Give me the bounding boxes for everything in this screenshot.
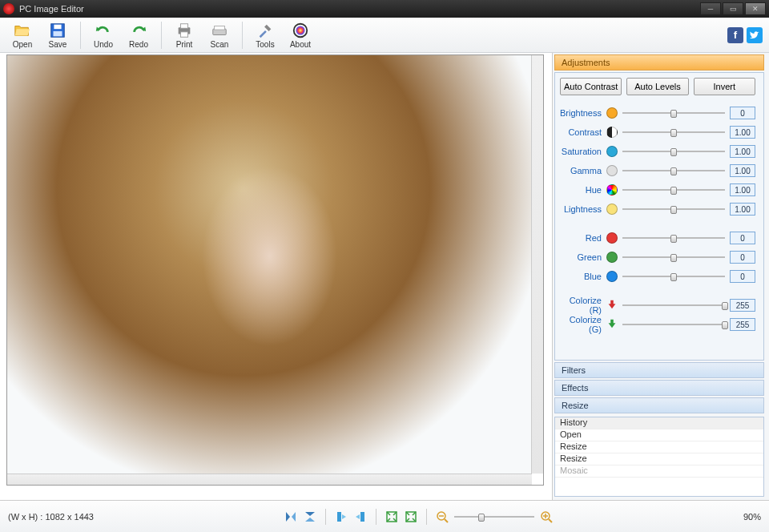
- print-button[interactable]: Print: [168, 22, 200, 49]
- open-label: Open: [13, 40, 32, 49]
- about-label: About: [290, 40, 311, 49]
- colorize_g-slider[interactable]: [622, 319, 725, 330]
- svg-rect-4: [180, 23, 187, 28]
- adjustments-body: Auto Contrast Auto Levels Invert Brightn…: [554, 72, 764, 361]
- blue-slider-row: Blue0: [560, 267, 755, 286]
- red-slider[interactable]: [622, 232, 725, 244]
- contrast-slider-row: Contrast1.00: [560, 123, 755, 142]
- hue-slider[interactable]: [622, 184, 725, 195]
- main-toolbar: Open Save Undo Redo Print Scan Tools Abo…: [0, 18, 769, 53]
- canvas-viewport[interactable]: [6, 54, 544, 486]
- colorize_r-slider-row: Colorize (R)255: [560, 296, 755, 315]
- history-item[interactable]: Resize: [555, 441, 763, 453]
- floppy-icon: [49, 22, 66, 39]
- actual-size-icon[interactable]: [404, 510, 418, 524]
- green-slider-row: Green0: [560, 248, 755, 267]
- separator: [325, 509, 326, 525]
- separator: [376, 509, 376, 525]
- scan-label: Scan: [211, 40, 229, 49]
- gamma-label: Gamma: [560, 166, 602, 175]
- undo-button[interactable]: Undo: [87, 22, 119, 49]
- colorize_r-label: Colorize (R): [560, 296, 602, 315]
- statusbar: (W x H) : 1082 x 1443 90%: [0, 500, 769, 532]
- svg-line-16: [549, 519, 552, 522]
- side-panel: Adjustments Auto Contrast Auto Levels In…: [553, 53, 769, 500]
- hue-label: Hue: [560, 185, 602, 195]
- blue-slider[interactable]: [622, 271, 725, 282]
- colorize_r-value[interactable]: 255: [730, 299, 755, 312]
- colorize_g-value[interactable]: 255: [730, 318, 755, 331]
- gamma-slider[interactable]: [622, 165, 725, 176]
- saturation-color-icon: [606, 146, 618, 157]
- hue-color-icon: [606, 184, 618, 195]
- svg-rect-5: [180, 31, 187, 36]
- saturation-slider[interactable]: [622, 146, 725, 157]
- green-label: Green: [560, 252, 602, 262]
- colorize_g-slider-row: Colorize (G)255: [560, 315, 755, 334]
- lightness-value[interactable]: 1.00: [730, 203, 755, 216]
- auto-contrast-button[interactable]: Auto Contrast: [560, 78, 622, 95]
- maximize-button[interactable]: ▭: [723, 2, 743, 15]
- zoom-out-icon[interactable]: [435, 510, 449, 524]
- horizontal-scrollbar[interactable]: [7, 474, 532, 485]
- colorize_r-arrow-icon: [606, 299, 618, 312]
- history-item[interactable]: Resize: [555, 453, 763, 466]
- printer-icon: [175, 22, 193, 39]
- red-value[interactable]: 0: [730, 232, 755, 244]
- contrast-slider[interactable]: [622, 127, 725, 138]
- close-button[interactable]: ✕: [745, 2, 766, 15]
- print-label: Print: [176, 40, 193, 49]
- history-header: History: [555, 417, 763, 429]
- colorize_r-slider[interactable]: [622, 300, 725, 311]
- blue-value[interactable]: 0: [730, 270, 755, 283]
- image-dimensions: (W x H) : 1082 x 1443: [8, 512, 94, 522]
- tools-button[interactable]: Tools: [249, 22, 281, 49]
- resize-header[interactable]: Resize: [554, 397, 764, 413]
- brightness-slider[interactable]: [622, 107, 725, 119]
- facebook-button[interactable]: f: [727, 27, 743, 43]
- saturation-value[interactable]: 1.00: [730, 145, 755, 158]
- minimize-button[interactable]: ─: [700, 2, 721, 15]
- history-item[interactable]: Open: [555, 429, 763, 441]
- open-button[interactable]: Open: [6, 22, 38, 49]
- effects-header[interactable]: Effects: [554, 380, 764, 396]
- history-item[interactable]: Mosaic: [555, 466, 763, 478]
- svg-rect-1: [54, 24, 61, 29]
- canvas-area: [0, 53, 553, 500]
- auto-levels-button[interactable]: Auto Levels: [626, 78, 688, 95]
- rotate-right-icon[interactable]: [353, 510, 368, 524]
- brightness-value[interactable]: 0: [730, 107, 755, 119]
- separator: [242, 22, 243, 49]
- save-button[interactable]: Save: [42, 22, 74, 49]
- contrast-label: Contrast: [560, 127, 602, 137]
- image-canvas[interactable]: [7, 55, 532, 474]
- green-slider[interactable]: [622, 252, 725, 263]
- scan-button[interactable]: Scan: [203, 22, 236, 49]
- tools-icon: [256, 22, 274, 39]
- redo-button[interactable]: Redo: [123, 22, 155, 49]
- zoom-slider[interactable]: [454, 511, 534, 522]
- green-value[interactable]: 0: [730, 251, 755, 264]
- red-slider-row: Red0: [560, 228, 755, 248]
- lightness-label: Lightness: [560, 204, 602, 214]
- scanner-icon: [211, 22, 228, 39]
- twitter-icon: [750, 30, 759, 40]
- filters-header[interactable]: Filters: [554, 362, 764, 378]
- lightness-color-icon: [606, 204, 618, 215]
- about-button[interactable]: About: [284, 22, 316, 49]
- adjustments-header[interactable]: Adjustments: [554, 54, 764, 71]
- zoom-in-icon[interactable]: [539, 510, 554, 524]
- twitter-button[interactable]: [747, 27, 763, 43]
- hue-value[interactable]: 1.00: [730, 183, 755, 196]
- flip-vertical-icon[interactable]: [303, 510, 317, 524]
- contrast-value[interactable]: 1.00: [730, 126, 755, 139]
- gamma-value[interactable]: 1.00: [730, 164, 755, 177]
- social-buttons: f: [727, 27, 763, 43]
- blue-color-icon: [606, 271, 618, 282]
- fit-window-icon[interactable]: [384, 510, 399, 524]
- invert-button[interactable]: Invert: [694, 78, 755, 95]
- rotate-left-icon[interactable]: [334, 510, 348, 524]
- lightness-slider[interactable]: [622, 204, 725, 215]
- flip-horizontal-icon[interactable]: [284, 510, 298, 524]
- brightness-label: Brightness: [560, 108, 602, 118]
